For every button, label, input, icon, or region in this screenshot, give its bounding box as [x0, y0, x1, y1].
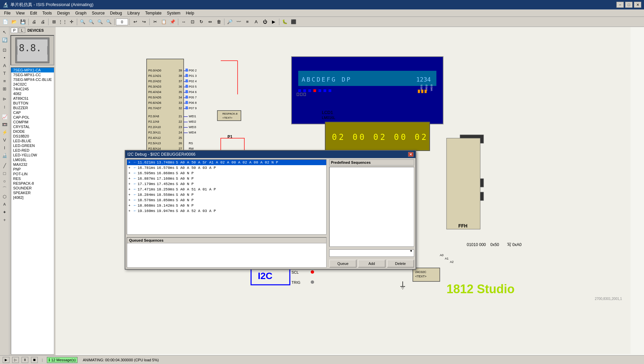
- tape-tool[interactable]: 📼: [1, 121, 8, 128]
- pred-input[interactable]: [329, 249, 414, 257]
- menu-debug[interactable]: Debug: [108, 10, 125, 16]
- power-btn[interactable]: ⏻: [261, 18, 269, 26]
- device-item-20[interactable]: MAX232: [11, 162, 54, 167]
- zoom-value-input[interactable]: [116, 19, 128, 25]
- queue-btn[interactable]: Queue: [329, 260, 357, 268]
- expand-4[interactable]: +: [128, 182, 132, 186]
- pause-btn[interactable]: ⏸: [22, 357, 28, 363]
- menu-library[interactable]: Library: [125, 10, 143, 16]
- log-row-6[interactable]: + ← 18.284ms 18.558ms S A0 N P: [127, 192, 326, 198]
- expand-1[interactable]: +: [128, 166, 132, 170]
- log-row-5[interactable]: + ← 17.471ms 18.259ms S A0 A 51 A 01 A P: [127, 187, 326, 192]
- pred-dropdown-btn[interactable]: ▼: [409, 249, 413, 253]
- device-item-12[interactable]: CRYSTAL: [11, 124, 54, 129]
- menu-template[interactable]: Template: [143, 10, 164, 16]
- log-row-0[interactable]: + ← 11.621ms 13.748ms S A0 A 50 A Sr A1 …: [127, 160, 326, 165]
- paste-btn[interactable]: 📌: [168, 18, 177, 26]
- canvas-area[interactable]: P0.0/AD0 P0.1/AD1 P0.2/AD2 P0.3/AD3 P0.4…: [56, 27, 644, 355]
- component-btn[interactable]: ⊞: [50, 18, 58, 26]
- grid-btn[interactable]: ⋮⋮: [59, 18, 67, 26]
- menu-view[interactable]: View: [13, 10, 27, 16]
- device-item-16[interactable]: LED-GREEN: [11, 143, 54, 148]
- 2d-sym-tool[interactable]: ✦: [1, 208, 8, 216]
- device-item-11[interactable]: COMPIM: [11, 120, 54, 124]
- device-item-7[interactable]: BUTTON: [11, 101, 54, 105]
- menu-design[interactable]: Design: [55, 10, 72, 16]
- cut-btn[interactable]: ✂: [151, 18, 159, 26]
- copy-btn[interactable]: 📋: [160, 18, 168, 26]
- debug-close-btn[interactable]: ✕: [408, 152, 413, 157]
- menu-file[interactable]: File: [1, 10, 13, 16]
- device-item-22[interactable]: POT-LIN: [11, 172, 54, 176]
- 2d-marker-tool[interactable]: +: [1, 216, 8, 223]
- device-item-9[interactable]: CAP: [11, 110, 54, 115]
- log-row-3[interactable]: + ← 16.887ms 17.160ms S A0 N P: [127, 176, 326, 181]
- expand-6[interactable]: +: [128, 193, 132, 197]
- 2d-text-tool[interactable]: A: [1, 201, 8, 208]
- device-item-1[interactable]: 7SEG-MPX1-CC: [11, 72, 54, 77]
- redo-btn[interactable]: ↪: [140, 18, 148, 26]
- expand-9[interactable]: +: [128, 209, 132, 213]
- text-tool[interactable]: T: [1, 69, 8, 77]
- delete-btn[interactable]: Delete: [387, 260, 414, 268]
- rotate-btn[interactable]: ↻: [197, 18, 205, 26]
- print-btn[interactable]: 🖨: [39, 18, 47, 26]
- delete-btn[interactable]: 🗑: [215, 18, 223, 26]
- debug-start-btn[interactable]: 🐛: [281, 18, 289, 26]
- tab-p[interactable]: P: [11, 28, 18, 33]
- terminal-tool[interactable]: ⊳: [1, 95, 8, 102]
- sub-tool[interactable]: ⊞: [1, 85, 8, 92]
- zoom-fit-btn[interactable]: 🔍: [96, 18, 104, 26]
- device-item-5[interactable]: 4082: [11, 91, 54, 96]
- curr-tool[interactable]: I: [1, 144, 8, 151]
- log-row-1[interactable]: + ← 16.781ms 16.570ms S A0 A 50 A 03 A P: [127, 165, 326, 171]
- menu-system[interactable]: System: [164, 10, 183, 16]
- select-btn[interactable]: ⊡: [188, 18, 196, 26]
- zoom-in-btn[interactable]: 🔍: [79, 18, 87, 26]
- device-item-23[interactable]: RES: [11, 176, 54, 181]
- pin-tool[interactable]: ↕: [1, 103, 8, 110]
- tab-l[interactable]: L: [19, 28, 25, 33]
- menu-source[interactable]: Source: [89, 10, 108, 16]
- device-item-21[interactable]: PNP: [11, 167, 54, 172]
- log-row-4[interactable]: + ← 17.179ms 17.452ms S A0 N P: [127, 181, 326, 187]
- log-row-8[interactable]: + ← 18.868ms 19.142ms S A0 N P: [127, 203, 326, 208]
- expand-2[interactable]: +: [128, 172, 132, 175]
- 2d-box-tool[interactable]: □: [1, 170, 8, 177]
- expand-8[interactable]: +: [128, 204, 132, 208]
- device-item-8[interactable]: BUZZER: [11, 105, 54, 110]
- menu-tools[interactable]: Tools: [40, 10, 55, 16]
- component-tool[interactable]: ⊡: [1, 46, 8, 54]
- device-item-0[interactable]: 7SEG-MPX1-CA: [11, 68, 54, 72]
- expand-3[interactable]: +: [128, 177, 132, 181]
- device-item-15[interactable]: LED-BLUE: [11, 139, 54, 143]
- debug-log[interactable]: + ← 11.621ms 13.748ms S A0 A 50 A Sr A1 …: [127, 159, 327, 235]
- bus-btn[interactable]: ≡: [243, 18, 251, 26]
- new-btn[interactable]: 📄: [1, 18, 9, 26]
- device-item-3[interactable]: 24C02C: [11, 82, 54, 87]
- expand-0[interactable]: +: [128, 161, 132, 164]
- device-item-10[interactable]: CAP-POL: [11, 115, 54, 120]
- menu-graph[interactable]: Graph: [72, 10, 89, 16]
- device-item-14[interactable]: DS18B20: [11, 134, 54, 139]
- device-item-25[interactable]: SOUNDER: [11, 186, 54, 190]
- open-btn[interactable]: 📂: [10, 18, 18, 26]
- device-item-18[interactable]: LED-YELLOW: [11, 153, 54, 157]
- device-item-13[interactable]: DIODE: [11, 129, 54, 134]
- device-item-4[interactable]: 74HC245: [11, 87, 54, 91]
- expand-7[interactable]: +: [128, 199, 132, 202]
- expand-5[interactable]: +: [128, 188, 132, 191]
- probe-btn[interactable]: 🔎: [226, 18, 234, 26]
- sim-btn[interactable]: ▶: [270, 18, 278, 26]
- menu-edit[interactable]: Edit: [27, 10, 40, 16]
- zoom-out-btn[interactable]: 🔍: [87, 18, 95, 26]
- debug-stop-btn[interactable]: ⬛: [289, 18, 298, 26]
- wire-btn[interactable]: 〰: [235, 18, 243, 26]
- refresh-tool[interactable]: 🔄: [1, 36, 8, 43]
- label-btn[interactable]: A: [252, 18, 260, 26]
- origin-btn[interactable]: ✛: [67, 18, 75, 26]
- log-row-7[interactable]: + ← 18.576ms 18.850ms S A0 N P: [127, 198, 326, 203]
- bus-tool[interactable]: ≡: [1, 77, 8, 85]
- device-item-26[interactable]: SPEAKER: [11, 190, 54, 195]
- select-tool[interactable]: ↖: [1, 28, 8, 36]
